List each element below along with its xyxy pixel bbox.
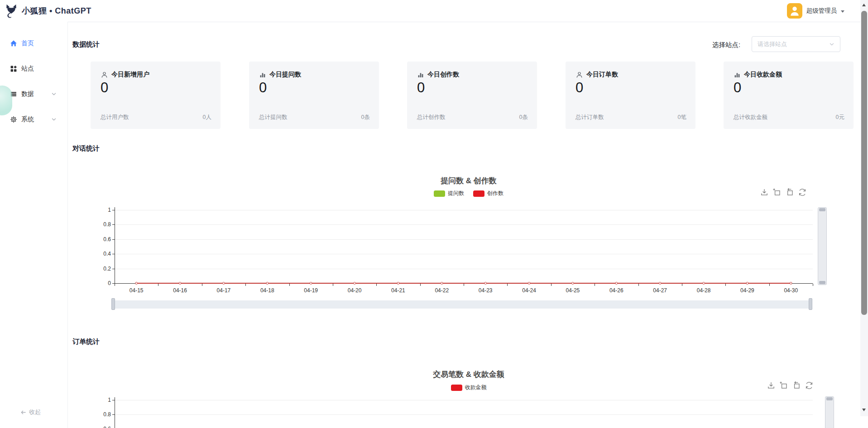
data-zoom-handle[interactable] [111,298,115,310]
scrollbar-up-arrow[interactable] [862,4,866,6]
download-icon[interactable] [760,188,769,197]
data-zoom-handle[interactable] [819,281,825,284]
data-zoom-icon[interactable] [779,381,788,390]
chart-toolbar [767,381,814,390]
x-axis-label: 04-26 [602,287,631,294]
restore-icon[interactable] [785,188,794,197]
card-header: 今日创作数 [417,71,459,79]
vertical-scrollbar[interactable] [860,0,868,416]
vertical-data-zoom-slider[interactable] [818,207,827,285]
legend-swatch [473,190,484,197]
x-axis-label: 04-21 [384,287,412,294]
card-title: 今日创作数 [427,71,459,79]
sidebar-item-label: 首页 [21,39,34,48]
x-axis-label: 04-23 [471,287,500,294]
card-total-value: 0人 [203,114,211,121]
x-axis-tick [245,284,246,286]
card-footer: 总计用户数0人 [101,114,211,121]
card-footer: 总计提问数0条 [259,114,370,121]
x-axis-tick [507,284,508,286]
y-axis-line [115,207,115,283]
horizontal-data-zoom-slider[interactable] [113,300,810,309]
data-zoom-handle[interactable] [826,397,833,400]
sidebar-item-label: 站点 [21,65,34,73]
chevron-down-icon [829,42,834,47]
sidebar-collapse-button[interactable]: 收起 [20,408,41,416]
x-axis-tick [420,284,421,286]
card-total-label: 总计创作数 [417,114,446,121]
user-icon [575,71,583,79]
legend-item[interactable]: 创作数 [473,190,504,197]
gear-icon [10,116,17,123]
data-zoom-icon[interactable] [772,188,782,197]
sidebar: 首页站点数据系统 收起 [0,22,68,428]
stat-card: 今日订单数0总计订单数0笔 [566,62,695,129]
site-select-dropdown[interactable]: 请选择站点 [752,36,840,52]
x-axis-tick [595,284,595,286]
data-zoom-handle[interactable] [819,208,825,211]
x-axis-tick [158,284,158,286]
x-axis-label: 04-16 [166,287,195,294]
scrollbar-down-arrow[interactable] [862,409,866,411]
bar-chart-icon [417,71,424,78]
card-title: 今日订单数 [586,71,618,79]
stat-card: 今日收款金额0总计收款金额0元 [724,62,854,129]
sidebar-item-sites[interactable]: 站点 [0,56,67,81]
scrollbar-thumb[interactable] [861,11,867,315]
user-menu[interactable]: 超级管理员 [787,0,845,22]
y-axis-label: 0.4 [91,251,111,257]
collapse-label: 收起 [29,408,41,416]
card-total-value: 0条 [519,114,528,121]
fox-logo-icon [5,4,18,18]
section-title-orders: 订单统计 [72,338,100,346]
chart-transactions-amount: 交易笔数 & 收款金额收款金额10.80.6 [84,349,854,428]
legend-item[interactable]: 收款金额 [451,384,487,391]
legend-label: 创作数 [487,190,504,197]
bar-chart-icon [734,71,741,78]
section-title-conversation: 对话统计 [72,144,100,153]
y-axis-label: 0 [91,280,111,286]
sidebar-item-home[interactable]: 首页 [0,31,67,56]
sites-icon [10,65,17,72]
x-axis-tick [464,284,464,286]
card-title: 今日收款金额 [744,71,782,79]
chart-legend: 收款金额 [84,384,854,391]
vertical-data-zoom-slider[interactable] [825,396,834,428]
x-axis-tick [551,284,551,286]
stat-card: 今日提问数0总计提问数0条 [249,62,379,129]
home-icon [10,40,17,47]
bar-chart-icon [259,71,266,78]
sidebar-item-label: 数据 [21,90,34,98]
card-total-value: 0条 [361,114,370,121]
brand[interactable]: 小狐狸 • ChatGPT [5,0,91,22]
x-axis-label: 04-30 [777,287,806,294]
legend-swatch [451,385,462,391]
avatar [787,3,802,19]
legend-label: 收款金额 [465,384,487,391]
data-zoom-handle[interactable] [809,298,812,310]
arrow-left-icon [20,409,26,415]
refresh-icon[interactable] [805,381,814,390]
card-value: 0 [101,80,108,96]
card-total-label: 总计订单数 [575,114,604,121]
legend-item[interactable]: 提问数 [434,190,464,197]
x-axis-tick [115,284,115,286]
x-axis-label: 04-24 [515,287,544,294]
x-axis-tick [813,284,813,286]
floating-widget[interactable] [0,86,12,115]
refresh-icon[interactable] [798,188,807,197]
card-total-label: 总计收款金额 [734,114,767,121]
card-header: 今日订单数 [575,71,618,79]
chart-questions-creations: 提问数 & 创作数提问数创作数10.80.60.40.2004-1504-160… [84,157,854,313]
card-total-label: 总计提问数 [259,114,288,121]
sidebar-nav: 首页站点数据系统 [0,22,67,132]
gridline [115,400,813,400]
x-axis-tick [682,284,682,286]
download-icon[interactable] [767,381,776,390]
card-total-value: 0笔 [678,114,686,121]
chevron-down-icon [51,117,57,122]
y-axis-label: 0.8 [91,221,111,228]
restore-icon[interactable] [792,381,801,390]
gridline [115,414,813,415]
stat-card: 今日创作数0总计创作数0条 [407,62,537,129]
